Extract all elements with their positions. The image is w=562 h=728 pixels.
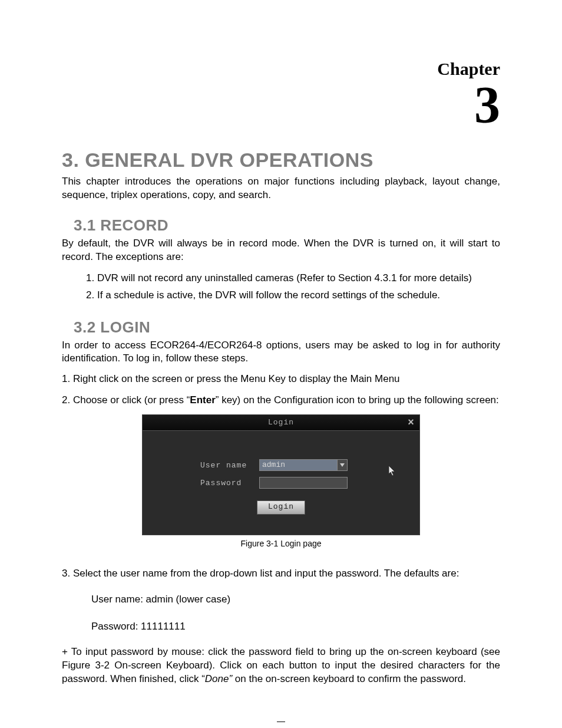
default-password: Password: 11111111 — [91, 618, 500, 635]
step-4: + To input password by mouse: click the … — [62, 645, 500, 686]
username-label: User name — [160, 461, 259, 470]
username-select[interactable]: admin — [259, 459, 348, 471]
section-3-2-paragraph: In order to access ECOR264-4/ECOR264-8 o… — [62, 339, 500, 366]
cursor-pointer-icon — [388, 465, 397, 477]
section-3-1-paragraph: By default, the DVR will always be in re… — [62, 237, 500, 264]
step-2-text-pre: 2. Choose or click (or press “ — [62, 394, 190, 406]
section-3-1-heading: 3.1 RECORD — [74, 216, 500, 235]
login-dialog: Login × User name admin Password Login — [142, 414, 420, 535]
page-footer-rule — [277, 722, 285, 722]
close-icon[interactable]: × — [405, 416, 417, 428]
section-3-1-list: DVR will not record any uninstalled came… — [62, 270, 500, 304]
default-username: User name: admin (lower case) — [91, 591, 500, 608]
step-4-text-post: on the on-screen keyboard to confirm the… — [232, 673, 466, 684]
step-2-text-post: ” key) on the Configuration icon to brin… — [216, 394, 499, 406]
chapter-heading-block: Chapter 3 — [62, 59, 500, 131]
login-titlebar: Login × — [143, 415, 419, 431]
username-value: admin — [262, 460, 285, 469]
password-field[interactable] — [259, 477, 348, 489]
password-label: Password — [160, 479, 259, 487]
section-3-2-heading: 3.2 LOGIN — [74, 318, 500, 337]
step-4-italic: Done” — [205, 673, 232, 684]
chapter-title: 3. GENERAL DVR OPERATIONS — [62, 149, 500, 172]
figure-caption: Figure 3-1 Login page — [62, 539, 500, 548]
login-button[interactable]: Login — [257, 500, 305, 515]
step-2: 2. Choose or click (or press “Enter” key… — [62, 393, 500, 408]
chevron-down-icon[interactable] — [337, 460, 347, 470]
list-item: DVR will not record any uninstalled came… — [97, 270, 500, 287]
step-3: 3. Select the user name from the drop-do… — [62, 566, 500, 581]
login-dialog-title: Login — [268, 418, 294, 427]
intro-paragraph: This chapter introduces the operations o… — [62, 175, 500, 202]
step-2-bold: Enter — [190, 394, 215, 406]
list-item: If a schedule is active, the DVR will fo… — [97, 287, 500, 304]
document-page: Chapter 3 3. GENERAL DVR OPERATIONS This… — [0, 0, 562, 728]
step-1: 1. Right click on the screen or press th… — [62, 371, 500, 387]
chapter-number: 3 — [62, 79, 500, 131]
chapter-label: Chapter — [62, 59, 500, 79]
